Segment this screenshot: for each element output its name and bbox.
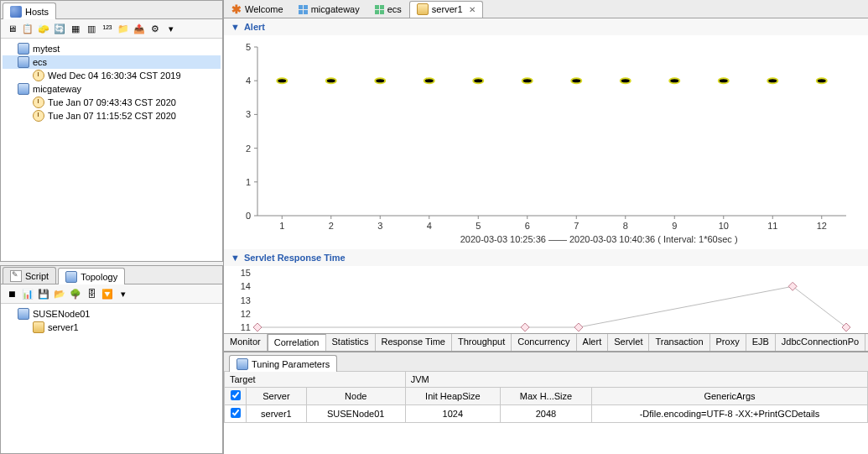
svg-text:3: 3 xyxy=(377,221,382,231)
cell-max: 2048 xyxy=(501,405,592,423)
tree-label: Tue Jan 07 11:15:52 CST 2020 xyxy=(48,111,176,121)
tb-monitor-icon[interactable]: 🖥 xyxy=(5,22,18,35)
detail-tab-servlet[interactable]: Servlet xyxy=(608,334,649,351)
svg-text:9: 9 xyxy=(672,221,677,231)
tb-menu-icon[interactable]: ▾ xyxy=(164,22,178,35)
cell-node: SUSENode01 xyxy=(306,405,405,423)
svg-point-41 xyxy=(424,78,434,83)
tree-item[interactable]: micgateway xyxy=(3,82,221,96)
tb-chart-icon[interactable]: 📊 xyxy=(21,287,34,300)
tab-label: Welcome xyxy=(245,4,283,14)
tree-item[interactable]: ecs xyxy=(3,55,221,69)
editor-tab-welcome[interactable]: ✱Welcome xyxy=(224,1,291,18)
tb-open-icon[interactable]: 📂 xyxy=(53,287,66,300)
tb-db-icon[interactable]: 🗄 xyxy=(85,287,98,300)
grid-icon xyxy=(375,5,384,14)
editor-tab-micgateway[interactable]: micgateway xyxy=(291,1,367,18)
tree-label: Tue Jan 07 09:43:43 CST 2020 xyxy=(48,97,176,107)
detail-tab-response-time[interactable]: Response Time xyxy=(376,334,452,351)
srt-section-header[interactable]: ▼ Servlet Response Time xyxy=(224,249,868,266)
alert-chart: 0123451234567891011122020-03-03 10:25:36… xyxy=(224,35,868,249)
detail-tab-throughput[interactable]: Throughput xyxy=(452,334,512,351)
server-icon xyxy=(33,321,44,333)
tb-menu2-icon[interactable]: ▾ xyxy=(117,287,130,300)
tuning-parameters-tab[interactable]: Tuning Parameters xyxy=(229,355,337,372)
svg-text:2020-03-03 10:25:36 —— 2020-03: 2020-03-03 10:25:36 —— 2020-03-03 10:40:… xyxy=(460,234,738,244)
svg-point-42 xyxy=(473,78,483,83)
cell-server: server1 xyxy=(247,405,307,423)
hdr-init[interactable]: Init HeapSize xyxy=(405,388,500,405)
topology-tab[interactable]: Topology xyxy=(58,268,125,284)
table-row[interactable]: server1 SUSENode01 1024 2048 -Dfile.enco… xyxy=(225,405,868,423)
svg-text:2: 2 xyxy=(329,221,334,231)
svg-text:0: 0 xyxy=(246,211,251,221)
editor-tab-server1[interactable]: server1✕ xyxy=(409,1,483,18)
row-checkbox[interactable] xyxy=(231,408,241,418)
detail-tab-correlation[interactable]: Correlation xyxy=(268,334,326,351)
detail-tab-proxy[interactable]: Proxy xyxy=(710,334,746,351)
svg-text:15: 15 xyxy=(241,269,251,278)
hdr-args[interactable]: GenericArgs xyxy=(591,388,867,405)
detail-tab-jdbcconnectionpo[interactable]: JdbcConnectionPo xyxy=(776,334,865,351)
detail-tab-ejb[interactable]: EJB xyxy=(746,334,776,351)
svg-text:8: 8 xyxy=(623,221,628,231)
tree-item[interactable]: server1 xyxy=(3,321,221,334)
hdr-server[interactable]: Server xyxy=(247,388,307,405)
detail-tab-monitor[interactable]: Monitor xyxy=(224,334,268,351)
tuning-table: Target JVM Server Node Init HeapSize Max… xyxy=(224,371,868,423)
tb-refresh-icon[interactable]: 🔄 xyxy=(53,22,66,35)
tb-stop-icon[interactable]: ⏹ xyxy=(5,287,18,300)
detail-tabs: MonitorCorrelationStatisticsResponse Tim… xyxy=(224,333,868,352)
close-icon[interactable]: ✕ xyxy=(469,5,476,14)
svg-point-49 xyxy=(817,78,827,83)
tree-item[interactable]: Wed Dec 04 16:30:34 CST 2019 xyxy=(3,69,221,82)
svg-text:14: 14 xyxy=(241,281,251,291)
svg-text:11: 11 xyxy=(767,221,777,231)
tab-label: micgateway xyxy=(311,4,360,14)
alert-section-header[interactable]: ▼ Alert xyxy=(224,18,868,35)
hosts-icon xyxy=(10,6,22,18)
svg-text:12: 12 xyxy=(241,309,251,319)
tb-tree-icon[interactable]: 🌳 xyxy=(69,287,82,300)
tree-item[interactable]: Tue Jan 07 09:43:43 CST 2020 xyxy=(3,96,221,109)
tb-num-icon[interactable]: ¹²³ xyxy=(101,22,114,35)
tb-copy-icon[interactable]: 📋 xyxy=(21,22,34,35)
tree-label: Wed Dec 04 16:30:34 CST 2019 xyxy=(48,70,181,81)
editor-tab-ecs[interactable]: ecs xyxy=(367,1,409,18)
tb-save-icon[interactable]: 💾 xyxy=(37,287,50,300)
detail-tab-statistics[interactable]: Statistics xyxy=(326,334,376,351)
tb-folder-icon[interactable]: 📁 xyxy=(117,22,130,35)
tree-item[interactable]: SUSENode01 xyxy=(3,307,221,321)
hdr-max[interactable]: Max H...Size xyxy=(501,388,592,405)
group-target: Target xyxy=(225,372,406,388)
srt-section-title: Servlet Response Time xyxy=(244,253,346,263)
tb-filter-icon[interactable]: 🔽 xyxy=(101,287,114,300)
svg-point-38 xyxy=(277,78,287,83)
hosts-tab[interactable]: Hosts xyxy=(3,3,56,19)
tb-settings-icon[interactable]: ⚙ xyxy=(148,22,162,35)
tree-item[interactable]: Tue Jan 07 11:15:52 CST 2020 xyxy=(3,109,221,123)
tuning-tab-label: Tuning Parameters xyxy=(252,359,330,369)
tab-label: ecs xyxy=(387,4,402,14)
welcome-icon: ✱ xyxy=(231,3,242,16)
tree-label: server1 xyxy=(48,322,79,332)
tb-bars-icon[interactable]: ▥ xyxy=(85,22,98,35)
tb-cols-icon[interactable]: ▦ xyxy=(69,22,82,35)
svg-text:4: 4 xyxy=(246,76,251,86)
group-jvm: JVM xyxy=(405,372,867,388)
node-icon xyxy=(18,308,29,320)
alert-section-title: Alert xyxy=(244,22,265,32)
svg-text:12: 12 xyxy=(817,221,827,231)
hdr-node[interactable]: Node xyxy=(306,388,405,405)
tb-export-icon[interactable]: 📤 xyxy=(133,22,146,35)
tree-item[interactable]: mytest xyxy=(3,42,221,55)
hdr-checkbox[interactable] xyxy=(225,388,247,405)
script-tab[interactable]: Script xyxy=(3,267,56,284)
tree-label: mytest xyxy=(33,44,60,54)
clock-icon xyxy=(33,97,44,108)
svg-text:7: 7 xyxy=(574,221,579,231)
detail-tab-alert[interactable]: Alert xyxy=(577,334,609,351)
detail-tab-transaction[interactable]: Transaction xyxy=(649,334,709,351)
detail-tab-concurrency[interactable]: Concurrency xyxy=(512,334,576,351)
tb-erase-icon[interactable]: 🧽 xyxy=(37,22,50,35)
